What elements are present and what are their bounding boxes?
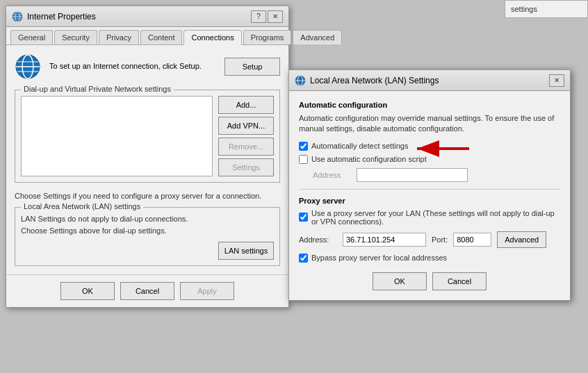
script-address-input[interactable] bbox=[357, 168, 468, 182]
tab-connections[interactable]: Connections bbox=[183, 30, 241, 45]
add-button[interactable]: Add... bbox=[218, 96, 274, 114]
use-proxy-label: Use a proxy server for your LAN (These s… bbox=[311, 209, 560, 226]
lan-settings-group: Local Area Network (LAN) settings LAN Se… bbox=[15, 207, 280, 266]
lan-cancel-button[interactable]: Cancel bbox=[432, 272, 487, 290]
help-button[interactable]: ? bbox=[251, 10, 266, 23]
lan-dialog: Local Area Network (LAN) Settings ✕ Auto… bbox=[288, 69, 571, 301]
lan-dialog-title: Local Area Network (LAN) Settings bbox=[310, 76, 439, 85]
tab-security[interactable]: Security bbox=[54, 30, 97, 44]
advanced-button[interactable]: Advanced bbox=[497, 231, 546, 248]
script-address-row: Address bbox=[313, 168, 560, 182]
lan-settings-button[interactable]: LAN settings bbox=[218, 242, 274, 260]
proxy-address-label: Address: bbox=[299, 235, 337, 244]
lan-ok-button[interactable]: OK bbox=[373, 272, 427, 290]
taskbar-hint-label: settings bbox=[511, 5, 537, 13]
auto-config-title: Automatic configuration bbox=[299, 101, 560, 109]
proxy-info-text: Choose Settings if you need to configure… bbox=[15, 191, 280, 201]
proxy-server-section: Proxy server Use a proxy server for your… bbox=[299, 197, 560, 263]
use-proxy-row: Use a proxy server for your LAN (These s… bbox=[299, 209, 560, 226]
close-button[interactable]: ✕ bbox=[268, 10, 283, 23]
bypass-proxy-row: Bypass proxy server for local addresses bbox=[299, 254, 560, 263]
dialup-group-label: Dial-up and Virtual Private Network sett… bbox=[21, 85, 174, 93]
port-label: Port: bbox=[432, 235, 448, 244]
bypass-proxy-checkbox[interactable] bbox=[299, 254, 308, 263]
titlebar: Internet Properties ? ✕ bbox=[6, 6, 288, 27]
port-input[interactable] bbox=[453, 233, 491, 247]
proxy-server-title: Proxy server bbox=[299, 197, 560, 205]
setup-section: To set up an Internet connection, click … bbox=[15, 53, 280, 80]
lan-group-label: Local Area Network (LAN) settings bbox=[21, 202, 143, 210]
auto-script-checkbox[interactable] bbox=[299, 155, 308, 164]
tab-programs[interactable]: Programs bbox=[243, 30, 292, 44]
tab-content[interactable]: Content bbox=[140, 30, 183, 44]
lan-dialog-body: Automatic configuration Automatic config… bbox=[289, 91, 570, 300]
globe-icon bbox=[12, 11, 23, 22]
lan-info-line1: LAN Settings do not apply to dial-up con… bbox=[21, 215, 188, 223]
tab-advanced[interactable]: Advanced bbox=[293, 30, 342, 44]
script-address-label: Address bbox=[313, 171, 351, 179]
dialup-list[interactable] bbox=[21, 96, 213, 176]
taskbar-hint: settings bbox=[505, 0, 588, 18]
dialog-buttons: OK Cancel Apply bbox=[6, 274, 288, 307]
detect-settings-checkbox[interactable] bbox=[299, 142, 308, 151]
auto-config-desc: Automatic configuration may override man… bbox=[299, 113, 560, 135]
lan-titlebar: Local Area Network (LAN) Settings ✕ bbox=[289, 70, 570, 91]
use-proxy-checkbox[interactable] bbox=[299, 213, 308, 222]
add-vpn-button[interactable]: Add VPN... bbox=[218, 117, 274, 135]
connections-panel: To set up an Internet connection, click … bbox=[6, 45, 288, 274]
red-arrow-indicator bbox=[410, 139, 473, 158]
internet-properties-window: Internet Properties ? ✕ General Security… bbox=[6, 6, 289, 308]
setup-button[interactable]: Setup bbox=[224, 58, 280, 76]
lan-info-line2: Choose Settings above for dial-up settin… bbox=[21, 226, 167, 235]
tab-general[interactable]: General bbox=[10, 30, 53, 44]
tab-privacy[interactable]: Privacy bbox=[99, 30, 139, 44]
setup-globe-icon bbox=[15, 53, 41, 80]
bypass-proxy-label: Bypass proxy server for local addresses bbox=[311, 254, 447, 262]
remove-button[interactable]: Remove... bbox=[218, 138, 274, 156]
proxy-address-input[interactable] bbox=[343, 233, 426, 247]
cancel-button[interactable]: Cancel bbox=[120, 282, 174, 300]
apply-button[interactable]: Apply bbox=[180, 282, 234, 300]
proxy-address-row: Address: Port: Advanced bbox=[299, 231, 560, 248]
dialup-group: Dial-up and Virtual Private Network sett… bbox=[15, 90, 280, 183]
tabs-bar: General Security Privacy Content Connect… bbox=[6, 27, 288, 45]
window-title: Internet Properties bbox=[27, 12, 96, 22]
lan-globe-icon bbox=[295, 75, 306, 86]
detect-settings-label: Automatically detect settings bbox=[311, 142, 408, 150]
settings-button[interactable]: Settings bbox=[218, 158, 274, 176]
ok-button[interactable]: OK bbox=[60, 282, 115, 300]
auto-script-label: Use automatic configuration script bbox=[311, 155, 427, 163]
setup-text: To set up an Internet connection, click … bbox=[49, 61, 216, 72]
divider bbox=[299, 189, 560, 190]
lan-close-button[interactable]: ✕ bbox=[549, 74, 564, 87]
lan-dialog-buttons: OK Cancel bbox=[299, 272, 560, 290]
